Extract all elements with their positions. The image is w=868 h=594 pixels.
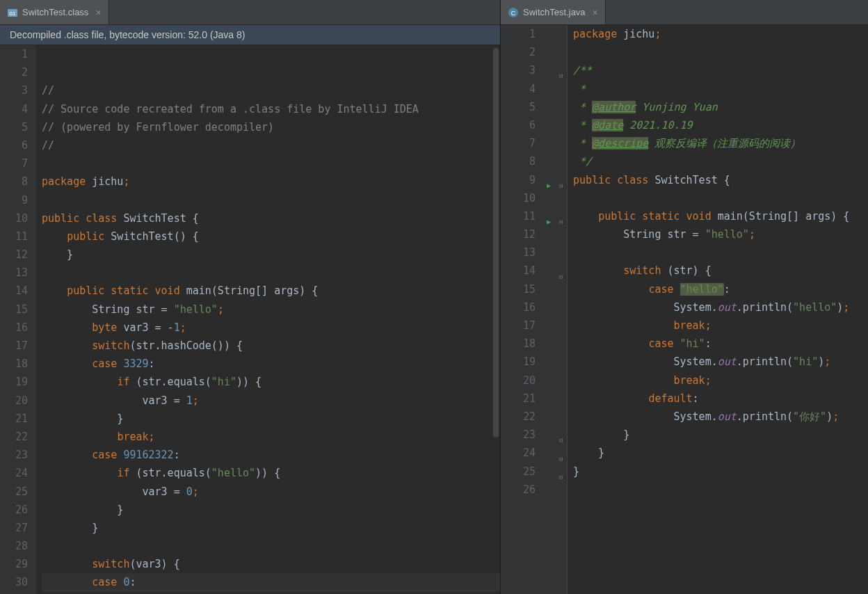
code-line[interactable]: * @descripe 观察反编译（注重源码的阅读） bbox=[573, 134, 868, 152]
code-line[interactable]: } bbox=[573, 444, 868, 462]
code-line[interactable]: * @date 2021.10.19 bbox=[573, 116, 868, 134]
close-icon[interactable]: × bbox=[95, 7, 101, 18]
line-number[interactable]: 19 bbox=[501, 353, 536, 371]
fold-open-icon[interactable]: ⊟ bbox=[559, 268, 563, 286]
line-number[interactable]: 18 bbox=[501, 335, 536, 353]
scrollbar[interactable] bbox=[493, 48, 499, 438]
code-line[interactable]: case 3329: bbox=[42, 355, 500, 373]
run-gutter-icon[interactable]: ▶ bbox=[547, 213, 551, 231]
code-line[interactable] bbox=[42, 537, 500, 555]
code-line[interactable]: package jichu; bbox=[42, 172, 500, 191]
code-line[interactable]: } bbox=[42, 410, 500, 428]
code-line[interactable]: if (str.equals("hello")) { bbox=[42, 464, 500, 482]
run-gutter-icon[interactable]: ▶ bbox=[547, 177, 551, 195]
line-number[interactable]: 11 bbox=[501, 207, 536, 225]
left-gutter[interactable]: 1234567891011121314151617181920212223242… bbox=[0, 45, 36, 594]
code-line[interactable]: case "hi": bbox=[573, 335, 868, 353]
code-line[interactable] bbox=[42, 154, 500, 172]
fold-close-icon[interactable]: ⊟ bbox=[559, 468, 563, 486]
line-number[interactable]: 9 bbox=[0, 191, 28, 209]
code-line[interactable]: String str = "hello"; bbox=[573, 225, 868, 243]
line-number[interactable]: 24 bbox=[501, 444, 536, 462]
line-number[interactable]: 29 bbox=[0, 555, 28, 573]
line-number[interactable]: 26 bbox=[0, 501, 28, 519]
code-line[interactable]: /** bbox=[573, 61, 868, 79]
code-line[interactable]: * bbox=[573, 80, 868, 98]
line-number[interactable]: 23 bbox=[501, 426, 536, 444]
line-number[interactable]: 17 bbox=[501, 316, 536, 335]
code-line[interactable]: public SwitchTest() { bbox=[42, 227, 500, 246]
code-line[interactable]: System.out.println("hello"); bbox=[573, 298, 868, 316]
code-line[interactable]: // (powered by Fernflower decompiler) bbox=[42, 118, 500, 136]
fold-close-icon[interactable]: ⊟ bbox=[559, 431, 563, 449]
line-number[interactable]: 4 bbox=[501, 80, 536, 98]
code-line[interactable]: } bbox=[573, 463, 868, 481]
line-number[interactable]: 10 bbox=[501, 189, 536, 207]
code-line[interactable]: package jichu; bbox=[573, 25, 868, 43]
code-line[interactable]: var3 = 0; bbox=[42, 483, 500, 501]
fold-close-icon[interactable]: ⊟ bbox=[559, 450, 563, 468]
code-line[interactable] bbox=[573, 189, 868, 207]
line-number[interactable]: 4 bbox=[0, 100, 28, 118]
code-line[interactable]: case 0: bbox=[42, 573, 500, 591]
code-line[interactable]: case 99162322: bbox=[42, 446, 500, 464]
line-number[interactable]: 6 bbox=[0, 136, 28, 154]
line-number[interactable]: 23 bbox=[0, 446, 28, 464]
line-number[interactable]: 26 bbox=[501, 481, 536, 499]
line-number[interactable]: 13 bbox=[501, 243, 536, 262]
line-number[interactable]: 15 bbox=[501, 280, 536, 298]
fold-open-icon[interactable]: ⊟ bbox=[559, 67, 563, 85]
left-code-area[interactable]: //// Source code recreated from a .class… bbox=[36, 45, 500, 594]
line-number[interactable]: 7 bbox=[501, 134, 536, 152]
code-line[interactable] bbox=[573, 481, 868, 499]
code-line[interactable]: } bbox=[573, 426, 868, 444]
line-number[interactable]: 20 bbox=[0, 392, 28, 410]
code-line[interactable]: System.out.println("hello"); bbox=[42, 592, 500, 594]
line-number[interactable]: 8 bbox=[0, 172, 28, 191]
line-number[interactable]: 16 bbox=[0, 319, 28, 337]
line-number[interactable]: 25 bbox=[501, 463, 536, 481]
right-gutter[interactable]: 1234567891011121314151617181920212223242… bbox=[501, 25, 544, 594]
line-number[interactable]: 28 bbox=[0, 537, 28, 555]
line-number[interactable]: 3 bbox=[0, 81, 28, 99]
code-line[interactable]: if (str.equals("hi")) { bbox=[42, 373, 500, 391]
line-number[interactable]: 2 bbox=[0, 63, 28, 81]
line-number[interactable]: 5 bbox=[0, 118, 28, 136]
code-line[interactable]: } bbox=[42, 519, 500, 537]
line-number[interactable]: 22 bbox=[0, 428, 28, 446]
line-number[interactable]: 13 bbox=[0, 264, 28, 282]
right-fold-column[interactable]: ⊟⊟⊟⊟⊟⊟⊟ bbox=[558, 25, 568, 594]
fold-open-icon[interactable]: ⊟ bbox=[559, 213, 563, 231]
line-number[interactable]: 7 bbox=[0, 154, 28, 172]
code-line[interactable]: var3 = 1; bbox=[42, 392, 500, 410]
fold-open-icon[interactable]: ⊟ bbox=[559, 177, 563, 195]
line-number[interactable]: 20 bbox=[501, 371, 536, 390]
line-number[interactable]: 1 bbox=[501, 25, 536, 43]
code-line[interactable] bbox=[573, 43, 868, 61]
line-number[interactable]: 18 bbox=[0, 355, 28, 373]
line-number[interactable]: 16 bbox=[501, 298, 536, 316]
line-number[interactable]: 1 bbox=[0, 45, 28, 63]
code-line[interactable]: * @author Yunjing Yuan bbox=[573, 98, 868, 116]
line-number[interactable]: 30 bbox=[0, 573, 28, 591]
code-line[interactable]: case "hello": bbox=[573, 280, 868, 298]
code-line[interactable]: */ bbox=[573, 152, 868, 170]
line-number[interactable]: 15 bbox=[0, 300, 28, 319]
line-number[interactable]: 21 bbox=[0, 410, 28, 428]
line-number[interactable]: 12 bbox=[0, 246, 28, 264]
code-line[interactable]: // bbox=[42, 81, 500, 99]
close-icon[interactable]: × bbox=[593, 7, 598, 18]
code-line[interactable] bbox=[573, 243, 868, 262]
tab-switchtest-class[interactable]: 01 SwitchTest.class × bbox=[0, 0, 109, 24]
line-number[interactable]: 9 bbox=[501, 171, 536, 189]
line-number[interactable]: 27 bbox=[0, 519, 28, 537]
code-line[interactable]: break; bbox=[573, 371, 868, 390]
line-number[interactable]: 12 bbox=[501, 225, 536, 243]
code-line[interactable]: public class SwitchTest { bbox=[42, 209, 500, 227]
right-code-area[interactable]: package jichu; /** * * @author Yunjing Y… bbox=[568, 25, 868, 594]
line-number[interactable]: 21 bbox=[501, 390, 536, 408]
code-line[interactable]: // Source code recreated from a .class f… bbox=[42, 100, 500, 118]
code-line[interactable] bbox=[42, 191, 500, 209]
code-line[interactable]: switch(var3) { bbox=[42, 555, 500, 573]
code-line[interactable]: break; bbox=[573, 316, 868, 335]
